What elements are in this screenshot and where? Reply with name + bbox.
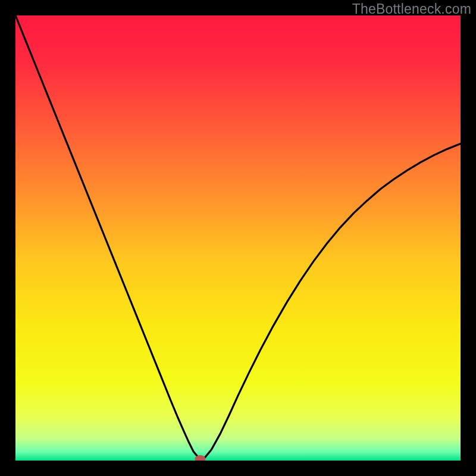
chart-frame: TheBottleneck.com xyxy=(0,0,476,476)
watermark-label: TheBottleneck.com xyxy=(352,1,471,17)
bottleneck-chart xyxy=(15,15,461,461)
